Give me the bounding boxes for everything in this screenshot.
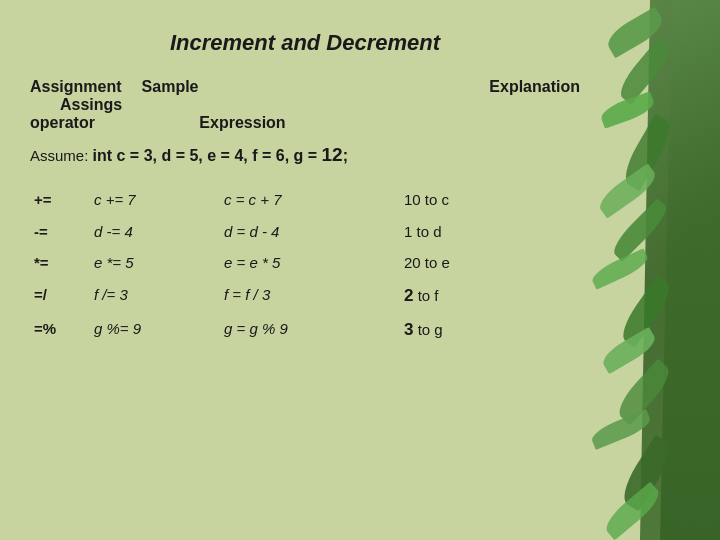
explanation-1: 10 to c [400,184,530,216]
main-content: Increment and Decrement Assignment Sampl… [0,0,620,368]
header-row: Assignment Sample Assings operator Expre… [30,78,580,132]
expl-num-4: 2 [404,286,413,305]
explanation-3: 20 to e [400,247,530,279]
assume-value: 12 [322,144,343,165]
expression-4: f = f / 3 [220,279,400,314]
header-col2: Sample [142,78,199,96]
explanation-4: 2 to f [400,279,530,314]
data-table: += c += 7 c = c + 7 10 to c -= d -= 4 d … [30,184,580,348]
expression-3: e = e * 5 [220,247,400,279]
explanation-5: 3 to g [400,313,530,348]
assignment-1: c += 7 [90,184,220,216]
assume-line: Assume: int c = 3, d = 5, e = 4, f = 6, … [30,144,580,166]
header-col1-line3: operator [30,114,95,131]
header-col1-line2: Assings [60,96,122,113]
assignment-3: e *= 5 [90,247,220,279]
page-title: Increment and Decrement [30,30,580,56]
operator-3: *= [30,247,90,279]
operator-1: += [30,184,90,216]
expression-1: c = c + 7 [220,184,400,216]
assume-prefix: Assume: [30,147,93,164]
header-explanation: Explanation [489,78,580,96]
header-assignment: Assignment Sample Assings operator Expre… [30,78,286,132]
assume-code: int c = 3, d = 5, e = 4, f = 6, g = [93,147,322,164]
explanation-2: 1 to d [400,216,530,248]
assignment-5: g %= 9 [90,313,220,348]
expl-num-5: 3 [404,320,413,339]
operator-2: -= [30,216,90,248]
expression-5: g = g % 9 [220,313,400,348]
header-expression: Expression [199,114,285,131]
assignment-4: f /= 3 [90,279,220,314]
operator-4: =/ [30,279,90,314]
assignment-2: d -= 4 [90,216,220,248]
header-col1-line1: Assignment [30,78,122,96]
expression-2: d = d - 4 [220,216,400,248]
assume-suffix: ; [343,147,348,164]
operator-5: =% [30,313,90,348]
